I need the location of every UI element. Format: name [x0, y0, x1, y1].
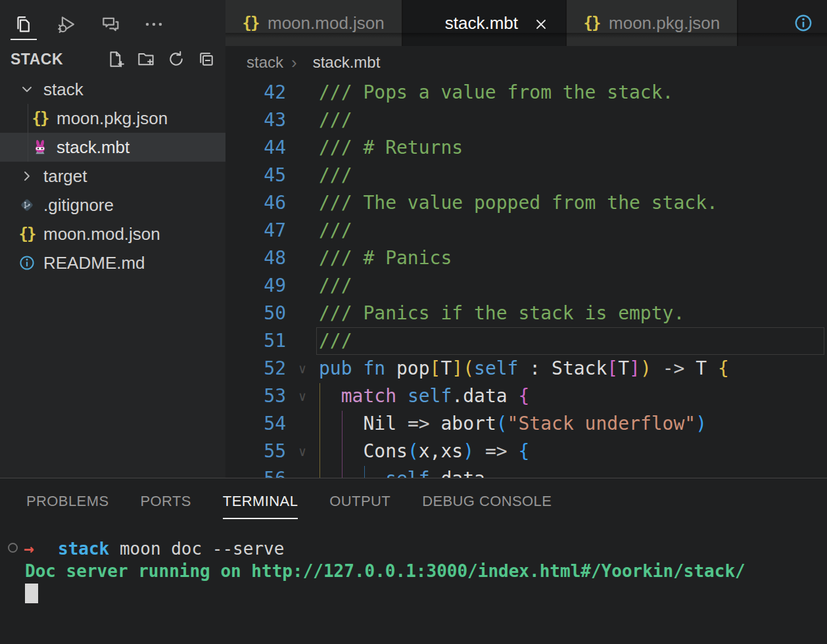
line-number: 48 [225, 244, 286, 272]
editor-group: {}moon.mod.jsonstack.mbt{}moon.pkg.json … [225, 0, 827, 478]
new-file-icon [106, 49, 126, 69]
tree-indent-guide [28, 104, 28, 162]
file-row-readme-md[interactable]: README.md [0, 248, 225, 277]
chevron-down-icon [19, 81, 35, 97]
debug-icon [56, 13, 78, 35]
code-line-54[interactable]: 54 Nil => abort("Stack underflow") [225, 410, 827, 438]
breadcrumb-folder[interactable]: stack [247, 53, 283, 72]
new-folder-button[interactable] [136, 49, 156, 69]
activity-item-run-debug[interactable] [54, 10, 80, 39]
fold-gutter [286, 79, 319, 106]
code-text: /// [319, 217, 827, 244]
code-line-56[interactable]: 56 self.data [225, 465, 827, 478]
tabbar-empty-space [738, 0, 794, 46]
line-number: 42 [225, 79, 286, 106]
tab-label: moon.pkg.json [609, 13, 720, 34]
code-line-52[interactable]: 52∨pub fn pop[T](self : Stack[T]) -> T { [225, 355, 827, 382]
fold-gutter [286, 106, 319, 134]
explorer-section-header: STACK [0, 43, 225, 75]
json-braces-icon: {} [584, 14, 600, 32]
fold-gutter [286, 410, 319, 438]
line-number: 45 [225, 162, 286, 189]
tab-moon-mod-json[interactable]: {}moon.mod.json [225, 0, 403, 46]
code-line-49[interactable]: 49/// [225, 272, 827, 300]
editor-action-info-button[interactable] [794, 0, 827, 46]
code-text: /// Pops a value from the stack. [319, 79, 827, 106]
line-number: 54 [225, 410, 286, 438]
file-label: stack [43, 80, 83, 100]
chevron-right-icon: › [291, 53, 297, 73]
json-braces-icon: {} [32, 109, 49, 127]
prompt-arrow-icon: → [24, 538, 34, 560]
panel-tab-terminal[interactable]: TERMINAL [223, 493, 298, 519]
json-braces-icon: {} [19, 225, 35, 243]
code-text: self.data [319, 465, 827, 478]
panel-tab-debug-console[interactable]: DEBUG CONSOLE [422, 493, 552, 519]
info-icon [19, 255, 35, 271]
tab-moon-pkg-json[interactable]: {}moon.pkg.json [567, 0, 738, 46]
line-number: 44 [225, 134, 286, 162]
code-line-44[interactable]: 44/// # Returns [225, 134, 827, 162]
line-number: 55 [225, 438, 286, 465]
code-line-51[interactable]: 51/// [225, 327, 827, 355]
file-row--gitignore[interactable]: .gitignore [0, 191, 225, 219]
code-editor[interactable]: 42/// Pops a value from the stack.43///4… [225, 79, 827, 478]
code-text: /// [319, 162, 827, 189]
panel-tab-bar: PROBLEMSPORTSTERMINALOUTPUTDEBUG CONSOLE [0, 478, 827, 519]
activity-bar [0, 0, 225, 43]
tab-label: moon.mod.json [268, 13, 385, 34]
activity-item-comments[interactable] [97, 10, 124, 39]
file-label: moon.mod.json [43, 224, 160, 244]
file-label: moon.pkg.json [57, 108, 168, 129]
code-text: /// [319, 106, 827, 134]
code-line-45[interactable]: 45/// [225, 162, 827, 189]
code-text: Nil => abort("Stack underflow") [319, 410, 827, 438]
folder-row-target[interactable]: target [0, 162, 225, 191]
file-label: target [43, 166, 87, 187]
fold-chevron-icon[interactable]: ∨ [286, 438, 319, 465]
folder-row-stack[interactable]: stack [0, 75, 225, 104]
fold-gutter [286, 162, 319, 189]
breadcrumb-file[interactable]: stack.mbt [313, 53, 381, 72]
refresh-button[interactable] [166, 49, 186, 69]
code-text: /// [319, 272, 827, 300]
activity-item-explorer[interactable] [11, 10, 37, 39]
collapse-icon [197, 49, 216, 69]
code-line-53[interactable]: 53∨ match self.data { [225, 382, 827, 410]
file-row-stack-mbt[interactable]: stack.mbt [0, 133, 225, 162]
panel-tab-problems[interactable]: PROBLEMS [26, 493, 108, 519]
code-line-42[interactable]: 42/// Pops a value from the stack. [225, 79, 827, 106]
file-label: README.md [43, 253, 145, 273]
code-line-50[interactable]: 50/// Panics if the stack is empty. [225, 300, 827, 327]
command-decoration-icon[interactable] [8, 543, 18, 553]
new-file-button[interactable] [106, 49, 126, 69]
tab-stack-mbt[interactable]: stack.mbt [403, 0, 567, 46]
file-row-moon-pkg-json[interactable]: {}moon.pkg.json [0, 104, 225, 133]
code-line-46[interactable]: 46/// The value popped from the stack. [225, 189, 827, 217]
fold-gutter [286, 300, 319, 327]
code-line-55[interactable]: 55∨ Cons(x,xs) => { [225, 438, 827, 465]
fold-chevron-icon[interactable]: ∨ [286, 382, 319, 410]
close-icon[interactable] [534, 16, 548, 30]
fold-gutter [286, 134, 319, 162]
panel-tab-ports[interactable]: PORTS [140, 493, 191, 519]
activity-item-more[interactable] [141, 10, 167, 39]
code-line-48[interactable]: 48/// # Panics [225, 244, 827, 272]
file-row-moon-mod-json[interactable]: {}moon.mod.json [0, 219, 225, 248]
terminal-output[interactable]: Doc server running on http://127.0.0.1:3… [25, 560, 745, 582]
code-line-43[interactable]: 43/// [225, 106, 827, 134]
files-icon [12, 13, 35, 35]
fold-chevron-icon[interactable]: ∨ [286, 355, 319, 382]
json-braces-icon: {} [243, 14, 259, 32]
line-number: 53 [225, 382, 286, 410]
panel-tab-output[interactable]: OUTPUT [329, 493, 390, 519]
line-number: 46 [225, 189, 286, 217]
terminal-command: moon doc --serve [109, 539, 284, 559]
code-text: match self.data { [319, 382, 827, 410]
line-number: 49 [225, 272, 286, 300]
collapse-all-button[interactable] [197, 49, 216, 69]
explorer-title: STACK [11, 51, 63, 68]
code-line-47[interactable]: 47/// [225, 217, 827, 244]
line-number: 52 [225, 355, 286, 382]
line-number: 56 [225, 465, 286, 478]
